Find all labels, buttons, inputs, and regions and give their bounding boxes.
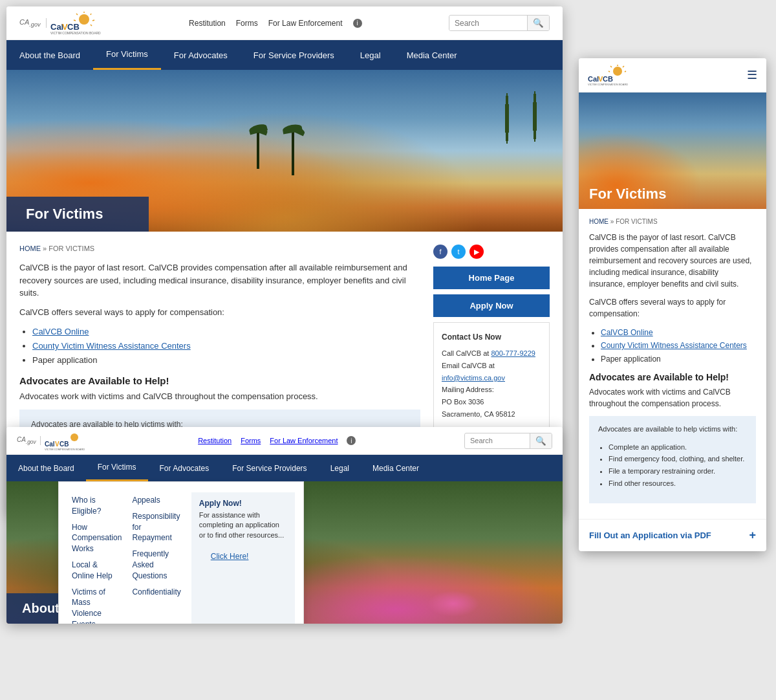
- law-enforcement-link[interactable]: For Law Enforcement: [268, 19, 343, 28]
- mobile-advocates-item-3: File a temporary restraining order.: [609, 465, 747, 477]
- calvcb-logo-icon: Cal V CB VICTIM COMPENSATION BOARD: [50, 12, 102, 34]
- svg-point-11: [613, 67, 622, 76]
- logo-area: CA.gov Cal V CB VICTIM COMPENSATION BOAR…: [19, 12, 102, 34]
- main-nav: About the Board For Victims For Advocate…: [6, 40, 563, 70]
- second-desktop-window: CA.gov Cal V CB VICTIM COMPENSATION BOAR…: [6, 427, 563, 624]
- search-input[interactable]: [449, 16, 527, 30]
- breadcrumb-home-link[interactable]: HOME: [19, 245, 41, 252]
- dropdown-how-compensation[interactable]: How Compensation Works: [72, 520, 122, 557]
- mobile-paper-app: Paper application: [601, 353, 756, 366]
- utility-links: Restitution Forms For Law Enforcement i: [189, 19, 361, 28]
- svg-text:VICTIM COMPENSATION BOARD: VICTIM COMPENSATION BOARD: [45, 448, 85, 450]
- calgov-logo: CA.gov: [19, 18, 47, 28]
- mobile-advocates-intro: Advocates work with victims and CalVCB t…: [589, 386, 756, 410]
- second-nav-legal[interactable]: Legal: [319, 455, 361, 481]
- mobile-breadcrumb-current: FOR VICTIMS: [616, 218, 657, 225]
- second-forms-link[interactable]: Forms: [241, 437, 261, 444]
- expand-icon: +: [749, 529, 756, 542]
- apply-link-county-witness: County Victim Witness Assistance Centers: [32, 339, 420, 353]
- hero-flowers: [427, 591, 479, 617]
- hamburger-menu-icon[interactable]: ☰: [747, 68, 757, 82]
- dropdown-col-2: Appeals Responsibility for Repayment Fre…: [132, 492, 191, 624]
- second-calvcb-logo-icon: Cal V CB VICTIM COMPENSATION BOARD: [45, 431, 90, 450]
- second-nav-victims[interactable]: For Victims: [86, 455, 148, 481]
- second-search-button[interactable]: 🔍: [530, 433, 552, 448]
- mobile-para-1: CalVCB is the payor of last resort. CalV…: [589, 232, 756, 290]
- svg-point-0: [79, 14, 89, 25]
- svg-text:VICTIM COMPENSATION BOARD: VICTIM COMPENSATION BOARD: [50, 31, 101, 34]
- mobile-advocates-box-intro: Advocates are available to help victims …: [598, 424, 747, 435]
- apply-now-button[interactable]: Apply Now: [433, 294, 550, 317]
- svg-text:CB: CB: [67, 22, 80, 32]
- restitution-link[interactable]: Restitution: [189, 19, 226, 28]
- nav-media-center[interactable]: Media Center: [394, 40, 470, 70]
- dropdown-click-here[interactable]: Click Here!: [199, 544, 287, 569]
- county-witness-link[interactable]: County Victim Witness Assistance Centers: [32, 341, 191, 351]
- mobile-hero: For Victims: [579, 93, 766, 209]
- nav-for-advocates[interactable]: For Advocates: [161, 40, 241, 70]
- nav-legal[interactable]: Legal: [347, 40, 394, 70]
- svg-line-2: [91, 14, 91, 15]
- phone-link[interactable]: 800-777-9229: [491, 349, 535, 357]
- svg-line-5: [76, 14, 78, 15]
- facebook-icon[interactable]: f: [433, 245, 447, 259]
- apply-links-list: CalVCB Online County Victim Witness Assi…: [32, 325, 420, 367]
- mobile-breadcrumb-home[interactable]: HOME: [589, 218, 609, 225]
- advocates-intro: Advocates work with victims and CalVCB t…: [19, 390, 420, 403]
- nav-about-the-board[interactable]: About the Board: [6, 40, 93, 70]
- contact-email: Email CalVCB at info@victims.ca.gov: [442, 360, 541, 384]
- search-button[interactable]: 🔍: [527, 16, 549, 30]
- second-main-nav: About the Board For Victims For Advocate…: [6, 455, 563, 481]
- contact-box: Contact Us Now Call CalVCB at 800-777-92…: [433, 322, 550, 429]
- svg-line-14: [625, 71, 626, 72]
- twitter-icon[interactable]: t: [451, 245, 466, 259]
- dropdown-repayment[interactable]: Responsibility for Repayment: [132, 509, 180, 546]
- second-restitution-link[interactable]: Restitution: [198, 437, 232, 444]
- mobile-breadcrumb-sep: »: [610, 218, 614, 225]
- second-nav-advocates[interactable]: For Advocates: [148, 455, 221, 481]
- svg-line-3: [92, 20, 94, 21]
- apply-link-paper: Paper application: [32, 353, 420, 367]
- svg-line-6: [74, 20, 76, 21]
- search-bar: 🔍: [449, 15, 550, 31]
- breadcrumb: HOME » FOR VICTIMS: [19, 245, 420, 252]
- svg-line-4: [91, 25, 92, 26]
- dropdown-appeals[interactable]: Appeals: [132, 492, 180, 509]
- second-law-enforcement-link[interactable]: For Law Enforcement: [270, 437, 338, 444]
- dropdown-who-eligible[interactable]: Who is Eligible?: [72, 492, 122, 520]
- second-info-icon: i: [347, 436, 356, 445]
- forms-link[interactable]: Forms: [236, 19, 258, 28]
- second-nav-media[interactable]: Media Center: [361, 455, 431, 481]
- dropdown-local-online[interactable]: Local & Online Help: [72, 557, 122, 584]
- svg-text:V: V: [55, 441, 59, 448]
- dropdown-confidentiality[interactable]: Confidentiality: [132, 584, 180, 600]
- svg-text:CB: CB: [603, 75, 613, 83]
- svg-line-16: [609, 71, 610, 72]
- calvcb-online-link[interactable]: CalVCB Online: [32, 327, 89, 336]
- dropdown-apply-col: Apply Now! For assistance with completin…: [191, 492, 295, 624]
- city-state: Sacramento, CA 95812: [442, 410, 515, 418]
- nav-for-service-providers[interactable]: For Service Providers: [241, 40, 347, 70]
- mobile-advocates-item-1: Complete an application.: [609, 441, 747, 454]
- fill-pdf-section[interactable]: Fill Out an Application via PDF +: [579, 519, 766, 551]
- svg-line-15: [610, 66, 612, 67]
- mobile-calvcb-online-link[interactable]: CalVCB Online: [601, 328, 653, 337]
- svg-text:Cal: Cal: [588, 75, 599, 83]
- svg-text:Cal: Cal: [45, 441, 55, 448]
- nav-for-victims[interactable]: For Victims: [93, 40, 161, 70]
- svg-point-21: [70, 433, 78, 441]
- contact-mailing: Mailing Address: PO Box 3036 Sacramento,…: [442, 384, 541, 420]
- home-page-button[interactable]: Home Page: [433, 267, 550, 289]
- mobile-logo-area: Cal V CB VICTIM COMPENSATION BOARD: [588, 65, 633, 85]
- second-nav-service[interactable]: For Service Providers: [221, 455, 318, 481]
- email-link[interactable]: info@victims.ca.gov: [442, 374, 505, 382]
- apply-link-calvcb-online: CalVCB Online: [32, 325, 420, 339]
- hero-palms: [257, 130, 294, 175]
- second-nav-about[interactable]: About the Board: [6, 455, 86, 481]
- svg-text:CB: CB: [59, 441, 69, 448]
- dropdown-faq[interactable]: Frequently Asked Questions: [132, 546, 180, 584]
- mobile-county-witness-link[interactable]: County Victim Witness Assistance Centers: [601, 341, 747, 350]
- second-search-input[interactable]: [465, 434, 530, 447]
- youtube-icon[interactable]: ▶: [469, 245, 484, 259]
- dropdown-mass-violence[interactable]: Victims of Mass Violence Events: [72, 584, 122, 624]
